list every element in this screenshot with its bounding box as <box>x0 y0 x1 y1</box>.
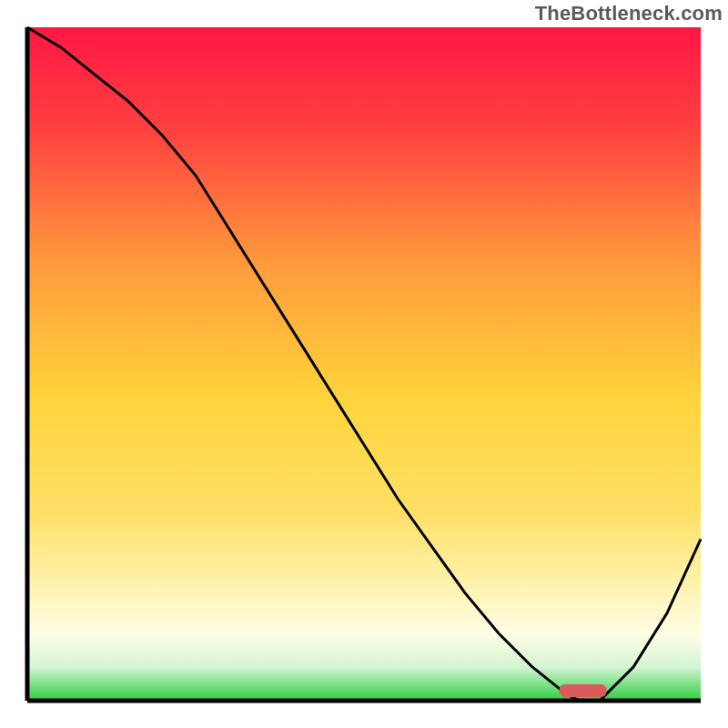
plot-background <box>27 27 701 701</box>
bottleneck-line-chart <box>0 0 728 728</box>
optimal-range-marker <box>560 684 607 697</box>
chart-container: TheBottleneck.com <box>0 0 728 728</box>
watermark-label: TheBottleneck.com <box>535 2 723 25</box>
